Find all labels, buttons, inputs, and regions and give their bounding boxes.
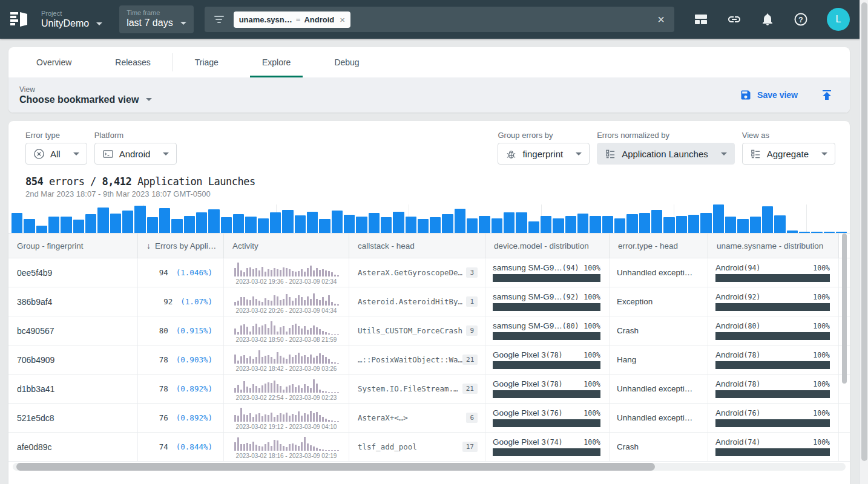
tab-debug[interactable]: Debug [312, 47, 381, 77]
sparkline-bar [237, 385, 239, 392]
cell-fingerprint: d1bb3a41 [8, 374, 138, 403]
sparkline-bar [258, 270, 260, 276]
header-cell[interactable]: device.model - distribution [485, 234, 610, 258]
table-row[interactable]: d1bb3a4178(0.892%)2023-03-02 22:54 - 202… [8, 374, 850, 404]
view-as-select[interactable]: Aggregate [742, 143, 835, 165]
cell-os-distribution-label-row: Android(92)100% [715, 292, 830, 301]
cell-device-distribution-label-row: samsung SM-G9… (94)100% [493, 263, 600, 272]
normalize-select[interactable]: Application Launches [597, 143, 735, 165]
tab-releases[interactable]: Releases [93, 47, 172, 77]
sparkline-bar [274, 268, 275, 276]
cell-errors: 74(0.844%) [138, 433, 224, 461]
bookmarked-view-select[interactable]: Choose bookmarked view [19, 94, 152, 105]
histogram-bar [356, 217, 367, 233]
sparkline-bar [331, 272, 333, 276]
sparkline-bar [289, 416, 291, 421]
sparkline-bar [301, 356, 303, 364]
sparkline-bar [289, 355, 291, 364]
group-by-select[interactable]: fingerprint [498, 143, 590, 165]
sparkline-bar [234, 442, 236, 451]
error-histogram[interactable] [12, 204, 847, 233]
platform-select[interactable]: Android [94, 143, 177, 165]
sparkline-bar [283, 358, 284, 363]
sparkline-bar [316, 327, 318, 335]
save-view-button[interactable]: Save view [740, 89, 798, 101]
sparkline-bar [322, 355, 324, 363]
project-select[interactable]: Project UnityDemo [41, 10, 102, 29]
notifications-bell-icon[interactable] [760, 12, 775, 27]
sparkline-bar [240, 444, 242, 451]
save-icon [740, 89, 752, 101]
cell-os-distribution-percent: 100% [813, 409, 830, 417]
backtrace-logo[interactable] [8, 9, 29, 30]
page-scrollbar-thumb[interactable] [861, 2, 867, 461]
callstack-frame: AsteraX+<…> [358, 413, 408, 422]
cell-device-distribution-label-row: Google Pixel 3(78)100% [493, 379, 600, 388]
sparkline-bar [313, 379, 315, 392]
sparkline-bar [265, 444, 266, 451]
table-row[interactable]: 706b490978(0.903%)2023-03-02 18:42 - 202… [8, 345, 850, 374]
table-row[interactable]: 0ee5f4b994(1.046%)2023-03-02 19:36 - 202… [8, 258, 850, 287]
tab-overview[interactable]: Overview [15, 47, 93, 77]
sparkline-bar [261, 385, 263, 393]
filter-chip[interactable]: uname.sysn… = Android × [234, 11, 350, 28]
sparkline-bar [307, 357, 309, 364]
cell-activity: 2023-03-02 18:16 - 2023-03-09 02:19 [224, 433, 349, 461]
sparkline-bar [313, 413, 315, 422]
sparkline-bar [249, 356, 251, 364]
horizontal-scrollbar-thumb[interactable] [16, 463, 655, 471]
histogram-bar [774, 215, 785, 233]
table-row[interactable]: 521e5dc876(0.892%)2023-03-02 19:12 - 202… [8, 404, 850, 433]
activity-sparkline [234, 349, 339, 364]
table-scrollbar-thumb[interactable] [842, 234, 847, 384]
header-cell[interactable]: Group - fingerprint [8, 234, 138, 258]
page-scrollbar[interactable] [860, 0, 868, 484]
horizontal-scrollbar[interactable] [13, 463, 846, 471]
table-row[interactable]: afe0d89c74(0.844%)2023-03-02 18:16 - 202… [8, 433, 850, 462]
header-cell[interactable]: Activity [224, 234, 349, 258]
header-cell[interactable]: ↓Errors by Appli… [138, 234, 224, 258]
sparkline-bar [237, 301, 239, 305]
sparkline-bar [328, 359, 330, 363]
dashboard-icon[interactable] [694, 12, 708, 27]
header-cell[interactable]: uname.sysname - distribution [708, 234, 839, 258]
sparkline-bar [237, 416, 239, 421]
row-gutter [839, 404, 850, 432]
header-cell[interactable]: error.type - head [610, 234, 708, 258]
histogram-bar [442, 214, 453, 233]
cell-os-distribution-bar [715, 448, 830, 456]
sparkline-bar [325, 391, 327, 392]
chip-remove-icon[interactable]: × [340, 15, 345, 25]
error-type-select[interactable]: All [25, 143, 87, 165]
clear-filters-button[interactable]: × [657, 13, 665, 25]
sparkline-bar [258, 446, 260, 450]
sparkline-bar [286, 294, 288, 306]
table-row[interactable]: 386b9af492(1.07%)2023-03-02 20:26 - 2023… [8, 287, 850, 316]
link-icon[interactable] [727, 12, 741, 27]
sparkline-bar [334, 304, 336, 306]
sparkline-bar [274, 325, 275, 335]
avatar[interactable]: L [827, 8, 850, 31]
publish-icon[interactable] [820, 88, 834, 102]
filter-bar[interactable]: uname.sysn… = Android × × [205, 7, 674, 32]
sparkline-bar [277, 384, 278, 392]
header-cell[interactable]: callstack - head [349, 234, 485, 258]
sparkline-bar [286, 413, 288, 422]
sparkline-bar [240, 390, 242, 392]
histogram-bar [221, 217, 232, 233]
cell-device-distribution-label: Google Pixel 3 [493, 350, 546, 359]
tab-triage[interactable]: Triage [173, 47, 240, 77]
error-count: 92 [163, 297, 173, 306]
help-icon[interactable]: ? [794, 12, 808, 27]
frame-count-badge: 9 [466, 325, 478, 336]
cell-callstack: Utils_CUSTOM_ForceCrash9 [349, 316, 485, 345]
timeframe-select[interactable]: Time frame last 7 days [119, 5, 193, 33]
cell-os-distribution-bar [715, 303, 830, 311]
header-label: error.type - head [618, 241, 678, 250]
histogram-bar [836, 232, 847, 233]
sparkline-bar [289, 297, 291, 305]
activity-sparkline [234, 291, 339, 306]
table-row[interactable]: bc49056780(0.915%)2023-03-02 18:50 - 202… [8, 316, 850, 345]
tab-explore[interactable]: Explore [240, 47, 312, 77]
sparkline-bar [310, 355, 312, 364]
